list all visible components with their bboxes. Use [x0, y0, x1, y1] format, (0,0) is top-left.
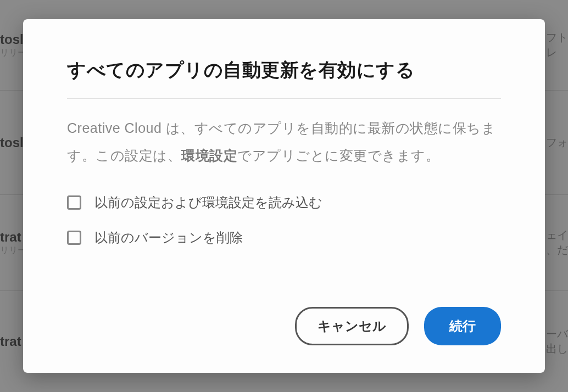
dialog-buttons: キャンセル 続行: [67, 307, 501, 345]
import-settings-checkbox[interactable]: [67, 195, 81, 210]
continue-button[interactable]: 続行: [424, 307, 501, 345]
import-settings-row[interactable]: 以前の設定および環境設定を読み込む: [67, 194, 501, 211]
modal-overlay: すべてのアプリの自動更新を有効にする Creative Cloud は、すべての…: [0, 0, 568, 392]
import-settings-label: 以前の設定および環境設定を読み込む: [94, 194, 322, 211]
cancel-button[interactable]: キャンセル: [295, 307, 409, 345]
remove-previous-label: 以前のバージョンを削除: [94, 229, 243, 247]
remove-previous-row[interactable]: 以前のバージョンを削除: [67, 229, 501, 247]
auto-update-dialog: すべてのアプリの自動更新を有効にする Creative Cloud は、すべての…: [23, 19, 545, 373]
dialog-title: すべてのアプリの自動更新を有効にする: [67, 58, 501, 99]
remove-previous-checkbox[interactable]: [67, 231, 81, 245]
dialog-description: Creative Cloud は、すべてのアプリを自動的に最新の状態に保ちます。…: [67, 114, 501, 169]
checkbox-group: 以前の設定および環境設定を読み込む 以前のバージョンを削除: [67, 194, 501, 247]
